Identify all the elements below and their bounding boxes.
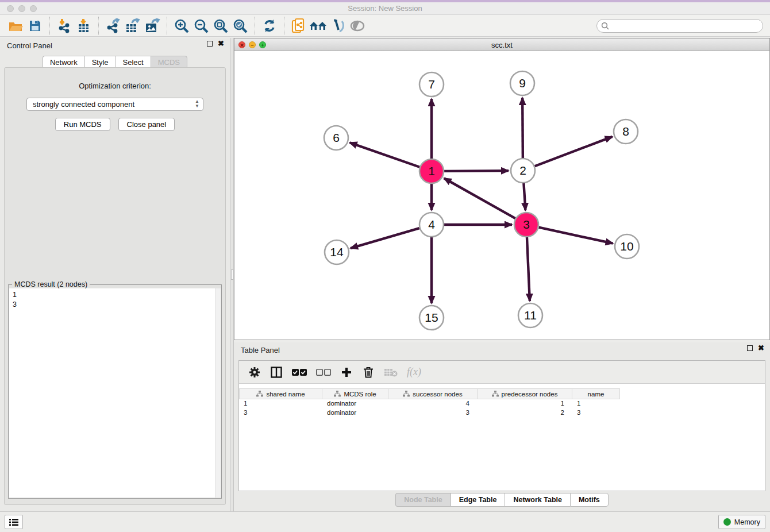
save-session-icon[interactable] <box>25 17 45 34</box>
column-header-MCDS-role[interactable]: MCDS role <box>322 388 388 399</box>
edge-2-8[interactable] <box>535 137 613 166</box>
titlebar-accent-stripe <box>0 0 770 2</box>
close-panel-button[interactable]: Close panel <box>118 118 175 131</box>
zoom-out-icon[interactable] <box>191 17 211 34</box>
import-table-icon[interactable] <box>74 17 94 34</box>
column-header-shared-name[interactable]: shared name <box>239 388 322 399</box>
table-row[interactable]: 3dominator323 <box>239 408 765 418</box>
mcds-panel: Optimization criterion: strongly connect… <box>4 67 226 505</box>
network-window-titlebar[interactable]: ✕ − + scc.txt <box>234 38 769 51</box>
zoom-selected-icon[interactable] <box>230 17 250 34</box>
function-builder-icon[interactable]: f(x) <box>407 366 421 378</box>
cell-shared-name[interactable]: 1 <box>239 399 322 408</box>
home-layout-icon[interactable] <box>309 17 328 34</box>
edge-1-2[interactable] <box>444 171 509 171</box>
close-panel-icon[interactable]: ✖ <box>218 41 224 47</box>
panel-splitter[interactable] <box>230 38 234 511</box>
select-all-checkboxes-icon[interactable] <box>292 368 307 376</box>
column-header-successor-nodes[interactable]: successor nodes <box>388 388 478 399</box>
app-titlebar: Session: New Session <box>0 0 770 15</box>
result-scrollbar[interactable] <box>215 288 221 498</box>
cell-predecessor-nodes[interactable]: 1 <box>478 399 572 408</box>
mcds-result-text[interactable]: 1 3 <box>9 288 221 498</box>
network-window-title: scc.txt <box>234 41 769 49</box>
task-history-button[interactable] <box>5 515 23 529</box>
cell-name[interactable]: 1 <box>572 399 620 408</box>
table-float-panel-icon[interactable] <box>747 345 753 351</box>
edge-3-10[interactable] <box>538 228 613 244</box>
optimization-criterion-value: strongly connected component <box>33 100 134 109</box>
optimization-criterion-select[interactable]: strongly connected component ▲▼ <box>26 98 203 111</box>
table-close-panel-icon[interactable]: ✖ <box>758 345 764 351</box>
node-label-1: 1 <box>428 164 435 178</box>
float-panel-icon[interactable] <box>207 41 213 47</box>
table-panel: Table Panel ✖ <box>234 342 770 511</box>
cell-MCDS-role[interactable]: dominator <box>322 408 388 418</box>
column-tree-icon <box>256 391 263 397</box>
optimization-criterion-label: Optimization criterion: <box>5 82 225 90</box>
app-title: Session: New Session <box>0 4 770 13</box>
column-header-name[interactable]: name <box>572 388 620 399</box>
edge-2-3[interactable] <box>523 183 525 210</box>
table-panel-title: Table Panel <box>241 346 280 354</box>
memory-button[interactable]: Memory <box>718 515 765 529</box>
delete-column-icon[interactable] <box>362 367 375 378</box>
tab-edge-table[interactable]: Edge Table <box>451 493 505 507</box>
node-label-11: 11 <box>524 309 537 322</box>
table-row[interactable]: 1dominator411 <box>239 399 765 408</box>
zoom-in-icon[interactable] <box>172 17 191 34</box>
cell-MCDS-role[interactable]: dominator <box>322 399 388 408</box>
zoom-fit-icon[interactable] <box>211 17 230 34</box>
edge-2-9[interactable] <box>522 98 523 158</box>
column-tree-icon <box>492 391 499 397</box>
tab-network-table[interactable]: Network Table <box>505 493 570 507</box>
tab-motifs[interactable]: Motifs <box>570 493 609 507</box>
node-label-2: 2 <box>519 164 526 177</box>
search-icon <box>601 22 609 30</box>
cell-shared-name[interactable]: 3 <box>239 408 322 418</box>
node-label-15: 15 <box>425 311 438 324</box>
add-column-icon[interactable] <box>340 367 353 377</box>
mcds-result-title: MCDS result (2 nodes) <box>12 280 90 288</box>
open-folder-icon[interactable] <box>6 17 25 34</box>
network-canvas[interactable]: 7968124314101511 <box>234 51 769 340</box>
column-header-label: successor nodes <box>413 391 462 398</box>
column-header-label: shared name <box>266 391 305 398</box>
column-header-label: predecessor nodes <box>502 391 558 398</box>
apply-style-icon[interactable] <box>328 17 348 34</box>
cell-successor-nodes[interactable]: 3 <box>388 408 478 418</box>
clone-network-icon[interactable] <box>289 17 309 34</box>
edge-1-6[interactable] <box>350 142 420 167</box>
node-table-container: f(x) shared nameMCDS rolesuccessor nodes… <box>238 360 765 491</box>
edge-4-14[interactable] <box>351 228 419 248</box>
node-label-3: 3 <box>523 218 530 231</box>
status-bar: Memory <box>0 511 770 532</box>
search-input[interactable] <box>596 19 763 33</box>
cell-name[interactable]: 3 <box>572 408 620 418</box>
unselect-all-checkboxes-icon[interactable] <box>316 368 331 376</box>
edge-3-11[interactable] <box>527 237 530 301</box>
chevron-up-down-icon: ▲▼ <box>195 99 199 109</box>
show-hide-eye-icon[interactable] <box>348 17 367 34</box>
table-settings-gear-icon[interactable] <box>248 367 261 378</box>
export-image-icon[interactable] <box>143 17 162 34</box>
delete-table-icon[interactable] <box>384 368 398 377</box>
list-icon <box>9 518 19 526</box>
column-header-predecessor-nodes[interactable]: predecessor nodes <box>478 388 572 399</box>
cell-successor-nodes[interactable]: 4 <box>388 399 478 408</box>
export-network-icon[interactable] <box>103 17 123 34</box>
import-network-icon[interactable] <box>55 17 74 34</box>
refresh-view-icon[interactable] <box>260 17 279 34</box>
table-toolbar: f(x) <box>239 361 765 384</box>
export-table-icon[interactable] <box>123 17 143 34</box>
node-label-8: 8 <box>622 125 629 138</box>
node-label-4: 4 <box>428 218 435 231</box>
tab-node-table[interactable]: Node Table <box>395 493 450 507</box>
run-mcds-button[interactable]: Run MCDS <box>55 118 110 131</box>
column-view-icon[interactable] <box>270 367 283 378</box>
column-tree-icon <box>403 391 410 397</box>
node-label-10: 10 <box>620 240 633 253</box>
cell-predecessor-nodes[interactable]: 2 <box>478 408 572 418</box>
edge-3-1[interactable] <box>444 178 515 218</box>
table-panel-tabs: Node TableEdge TableNetwork TableMotifs <box>234 493 770 507</box>
